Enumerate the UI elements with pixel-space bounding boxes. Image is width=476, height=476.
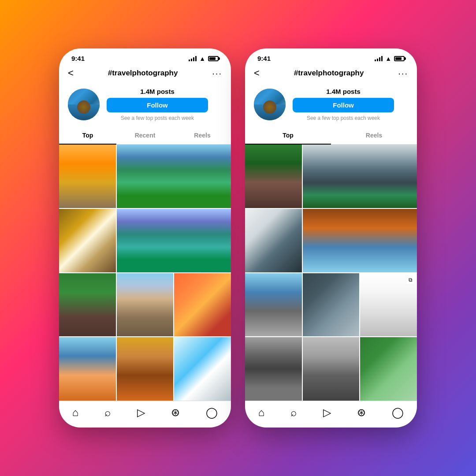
photo-grid-left [59,145,231,401]
photo-coastal [117,145,231,208]
photo-grid-right [245,145,417,401]
profile-icon-right[interactable]: ◯ [392,406,404,419]
nav-bar-right: < #travelphotography ··· [245,64,417,82]
phone-left: 9:41 ▲ < #travelphotography ··· [59,48,231,428]
time-right: 9:41 [257,55,271,62]
grid-cell-r1-2[interactable] [303,145,417,208]
grid-cell-r1-1[interactable] [245,145,302,208]
grid-row-4-right [245,337,417,401]
home-icon-right[interactable]: ⌂ [258,406,265,419]
posts-count-left: 1.4M posts [107,88,208,95]
grid-cell-4-3[interactable] [174,337,231,401]
time-left: 9:41 [71,55,85,62]
grid-row-2-right [245,209,417,272]
grid-cell-2-1[interactable] [59,209,116,272]
shop-icon-right[interactable]: ⊛ [357,406,366,419]
nav-bar-left: < #travelphotography ··· [59,64,231,82]
photo-luggage [303,273,360,337]
posts-count-right: 1.4M posts [293,88,394,95]
photo-ruins [117,273,174,337]
wifi-icon: ▲ [199,55,205,62]
status-icons-right: ▲ [375,55,405,62]
status-bar-right: 9:41 ▲ [245,48,417,64]
tabs-right: Top Reels [245,126,417,145]
grid-cell-r4-2[interactable] [303,337,360,401]
grid-cell-1-2[interactable] [117,145,231,208]
search-icon-left[interactable]: ⌕ [104,406,111,419]
bottom-nav-left: ⌂ ⌕ ▷ ⊛ ◯ [59,401,231,428]
grid-cell-3-3[interactable] [174,273,231,337]
phone-right: 9:41 ▲ < #travelphotography ··· [245,48,417,428]
back-button-left[interactable]: < [68,67,74,79]
profile-info-left: 1.4M posts Follow See a few top posts ea… [107,88,208,121]
tab-reels-left[interactable]: Reels [174,126,231,144]
photo-shadow [174,273,231,337]
photo-tropical [360,337,417,401]
back-button-right[interactable]: < [254,67,260,79]
more-button-right[interactable]: ··· [398,68,408,78]
signal-icon [189,56,197,61]
home-icon-left[interactable]: ⌂ [72,406,79,419]
grid-row-3-right [245,273,417,337]
grid-row-4-left [59,337,231,401]
photo-coffee [59,209,116,272]
page-title-right: #travelphotography [294,69,364,78]
tab-top-right[interactable]: Top [245,126,331,144]
grid-cell-4-2[interactable] [117,337,174,401]
grid-cell-r3-3[interactable] [360,273,417,337]
reels-icon-right[interactable]: ▷ [323,406,331,419]
more-button-left[interactable]: ··· [212,68,222,78]
grid-cell-3-1[interactable] [59,273,116,337]
photo-canyon [117,337,174,401]
signal-icon-right [375,56,383,61]
page-title-left: #travelphotography [108,69,178,78]
photo-boat [303,209,417,272]
tabs-left: Top Recent Reels [59,126,231,145]
photo-hiker [245,145,302,208]
tab-reels-right[interactable]: Reels [331,126,417,144]
grid-cell-2-2[interactable] [117,209,231,272]
grid-cell-3-2[interactable] [117,273,174,337]
status-bar-left: 9:41 ▲ [59,48,231,64]
grid-row-1-right [245,145,417,208]
follow-subtext-right: See a few top posts each week [293,115,394,121]
grid-cell-r3-1[interactable] [245,273,302,337]
follow-button-right[interactable]: Follow [293,98,394,112]
bottom-nav-right: ⌂ ⌕ ▷ ⊛ ◯ [245,401,417,428]
photo-mountain [303,145,417,208]
grid-cell-r4-1[interactable] [245,337,302,401]
tab-top-left[interactable]: Top [59,126,116,144]
wifi-icon-right: ▲ [385,55,391,62]
follow-button-left[interactable]: Follow [107,98,208,112]
grid-cell-4-1[interactable] [59,337,116,401]
battery-icon [208,56,219,61]
grid-cell-r2-2[interactable] [303,209,417,272]
phones-container: 9:41 ▲ < #travelphotography ··· [59,48,417,428]
status-icons-left: ▲ [189,55,219,62]
profile-section-right: 1.4M posts Follow See a few top posts ea… [245,82,417,126]
shop-icon-left[interactable]: ⊛ [171,406,180,419]
avatar-left [68,89,100,120]
grid-row-2-left [59,209,231,272]
grid-row-3-left [59,273,231,337]
grid-row-1-left [59,145,231,208]
photo-airport [245,209,302,272]
grid-cell-r4-3[interactable] [360,337,417,401]
photo-beach [59,337,116,401]
grid-cell-r3-2[interactable] [303,273,360,337]
battery-icon-right [394,56,405,61]
avatar-image-right [254,89,286,120]
photo-person [303,337,360,401]
photo-cliff [245,273,302,337]
avatar-right [254,89,286,120]
profile-icon-left[interactable]: ◯ [206,406,218,419]
avatar-image-left [68,89,100,120]
grid-cell-r2-1[interactable] [245,209,302,272]
search-icon-right[interactable]: ⌕ [290,406,297,419]
reels-icon-left[interactable]: ▷ [137,406,145,419]
multi-image-badge [406,276,414,284]
tab-recent-left[interactable]: Recent [116,126,174,144]
photo-flower [117,209,231,272]
grid-cell-1-1[interactable] [59,145,116,208]
photo-street [245,337,302,401]
